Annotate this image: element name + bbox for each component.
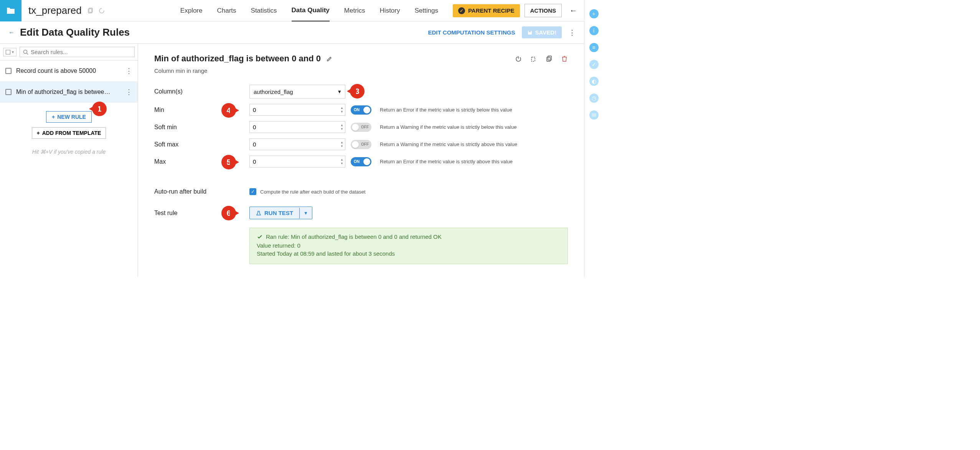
rule-menu-icon[interactable]: ⋮ bbox=[125, 88, 132, 96]
dataset-name: tx_prepared bbox=[28, 5, 82, 16]
run-test-dropdown[interactable]: ▼ bbox=[299, 208, 312, 218]
softmin-label: Soft min bbox=[154, 124, 249, 131]
rail-info-icon[interactable]: i bbox=[589, 26, 599, 35]
tab-settings[interactable]: Settings bbox=[414, 0, 438, 21]
softmin-toggle[interactable]: OFF bbox=[351, 123, 371, 132]
softmin-input-field[interactable] bbox=[253, 124, 342, 130]
rail-add-icon[interactable]: + bbox=[589, 9, 599, 18]
search-rules-input[interactable] bbox=[20, 47, 135, 57]
copy-icon[interactable] bbox=[546, 55, 553, 62]
result-line2: Value returned: 0 bbox=[257, 242, 561, 249]
rule-subtitle: Column min in range bbox=[154, 67, 568, 74]
add-template-label: ADD FROM TEMPLATE bbox=[42, 130, 101, 136]
add-from-template-button[interactable]: + ADD FROM TEMPLATE bbox=[32, 127, 106, 139]
search-input-field[interactable] bbox=[31, 49, 131, 55]
flask-icon bbox=[256, 210, 261, 216]
run-test-button[interactable]: RUN TEST ▼ bbox=[249, 207, 312, 219]
parent-recipe-button[interactable]: ✓ PARENT RECIPE bbox=[453, 4, 520, 17]
tab-data-quality[interactable]: Data Quality bbox=[292, 0, 330, 21]
page-title: Edit Data Quality Rules bbox=[20, 26, 130, 38]
rule-title: Min of authorized_flag is between 0 and … bbox=[154, 54, 321, 64]
rule-label: Record count is above 50000 bbox=[16, 67, 121, 74]
actions-button[interactable]: ACTIONS bbox=[525, 4, 562, 17]
softmin-help: Return a Warning if the metric value is … bbox=[380, 124, 516, 130]
column-select[interactable]: authorized_flag ▾ bbox=[249, 85, 345, 99]
callout-1: 1 bbox=[92, 102, 107, 116]
check-icon bbox=[257, 234, 263, 240]
rail-chat-icon[interactable]: ✉ bbox=[589, 110, 599, 120]
result-line1: Ran rule: Min of authorized_flag is betw… bbox=[266, 233, 442, 240]
columns-label: Column(s) bbox=[154, 88, 249, 95]
more-menu-icon[interactable]: ⋮ bbox=[569, 28, 576, 37]
parent-recipe-label: PARENT RECIPE bbox=[468, 7, 515, 14]
rules-sidebar: ▾ Record count is above 50000 ⋮ Min of a… bbox=[0, 44, 138, 277]
svg-rect-3 bbox=[529, 31, 531, 32]
search-icon bbox=[23, 49, 28, 55]
edit-computation-settings-link[interactable]: EDIT COMPUTATION SETTINGS bbox=[428, 29, 515, 36]
min-toggle[interactable]: ON bbox=[351, 105, 371, 115]
tab-history[interactable]: History bbox=[380, 0, 400, 21]
tab-charts[interactable]: Charts bbox=[217, 0, 236, 21]
select-all-checkbox[interactable]: ▾ bbox=[3, 48, 16, 56]
result-line3: Started Today at 08:59 and lasted for ab… bbox=[257, 250, 561, 257]
svg-rect-8 bbox=[531, 57, 535, 61]
svg-rect-10 bbox=[548, 56, 551, 60]
saved-button: SAVED! bbox=[522, 26, 562, 38]
rule-item[interactable]: Record count is above 50000 ⋮ bbox=[0, 61, 138, 82]
new-rule-button[interactable]: + NEW RULE bbox=[46, 111, 92, 123]
svg-point-4 bbox=[24, 50, 27, 53]
tab-metrics[interactable]: Metrics bbox=[344, 0, 365, 21]
tab-explore[interactable]: Explore bbox=[180, 0, 203, 21]
power-icon[interactable] bbox=[515, 55, 522, 62]
dataset-icon bbox=[0, 0, 21, 21]
min-help: Return an Error if the metric value is s… bbox=[380, 107, 512, 113]
trash-icon[interactable] bbox=[561, 55, 568, 62]
autorun-label: Auto-run after build bbox=[154, 188, 249, 195]
max-help: Return an Error if the metric value is s… bbox=[380, 159, 513, 164]
copy-icon[interactable] bbox=[87, 8, 93, 14]
rule-editor: Min of authorized_flag is between 0 and … bbox=[138, 44, 584, 277]
save-icon bbox=[527, 30, 533, 35]
rail-history-icon[interactable]: ◐ bbox=[589, 77, 599, 86]
softmax-input-field[interactable] bbox=[253, 141, 342, 148]
min-input[interactable]: ▲▼ bbox=[249, 104, 345, 116]
check-circle-icon: ✓ bbox=[458, 7, 465, 14]
max-label: Max bbox=[154, 158, 249, 165]
softmax-help: Return a Warning if the metric value is … bbox=[380, 141, 517, 147]
run-test-label: RUN TEST bbox=[264, 210, 293, 216]
rule-checkbox[interactable] bbox=[5, 89, 12, 95]
refresh-icon[interactable] bbox=[99, 8, 105, 14]
svg-rect-9 bbox=[547, 57, 550, 61]
paste-hint: Hit ⌘+V if you've copied a rule bbox=[32, 149, 106, 155]
max-toggle[interactable]: ON bbox=[351, 157, 371, 166]
min-input-field[interactable] bbox=[253, 107, 342, 113]
max-input-field[interactable] bbox=[253, 158, 342, 165]
softmax-input[interactable]: ▲▼ bbox=[249, 138, 345, 150]
rule-menu-icon[interactable]: ⋮ bbox=[125, 67, 132, 75]
softmax-toggle[interactable]: OFF bbox=[351, 140, 371, 149]
top-bar: tx_prepared Explore Charts Statistics Da… bbox=[0, 0, 584, 21]
svg-point-2 bbox=[99, 8, 104, 13]
main-tabs: Explore Charts Statistics Data Quality M… bbox=[180, 0, 438, 21]
edit-icon[interactable] bbox=[326, 55, 333, 62]
subheader: ← Edit Data Quality Rules EDIT COMPUTATI… bbox=[0, 21, 584, 44]
svg-line-5 bbox=[27, 53, 28, 54]
rail-check-icon[interactable]: ✓ bbox=[589, 60, 599, 69]
new-rule-label: NEW RULE bbox=[57, 114, 86, 120]
autorun-checkbox[interactable]: ✓ bbox=[249, 188, 256, 195]
softmin-input[interactable]: ▲▼ bbox=[249, 121, 345, 133]
rule-item[interactable]: Min of authorized_flag is betwee… ⋮ bbox=[0, 82, 138, 103]
test-result-box: Ran rule: Min of authorized_flag is betw… bbox=[249, 228, 568, 264]
duplicate-icon[interactable] bbox=[530, 55, 537, 62]
rail-clock-icon[interactable]: ◷ bbox=[589, 94, 599, 103]
callout-3: 3 bbox=[350, 84, 365, 99]
back-arrow-icon[interactable]: ← bbox=[8, 29, 15, 36]
plus-icon: + bbox=[52, 114, 55, 120]
rule-checkbox[interactable] bbox=[5, 68, 12, 74]
tab-statistics[interactable]: Statistics bbox=[251, 0, 277, 21]
max-input[interactable]: ▲▼ bbox=[249, 156, 345, 168]
autorun-help: Compute the rule after each build of the… bbox=[260, 189, 366, 195]
collapse-right-icon[interactable]: ← bbox=[569, 6, 577, 15]
chevron-down-icon: ▾ bbox=[338, 88, 341, 95]
rail-list-icon[interactable]: ≡ bbox=[589, 43, 599, 52]
